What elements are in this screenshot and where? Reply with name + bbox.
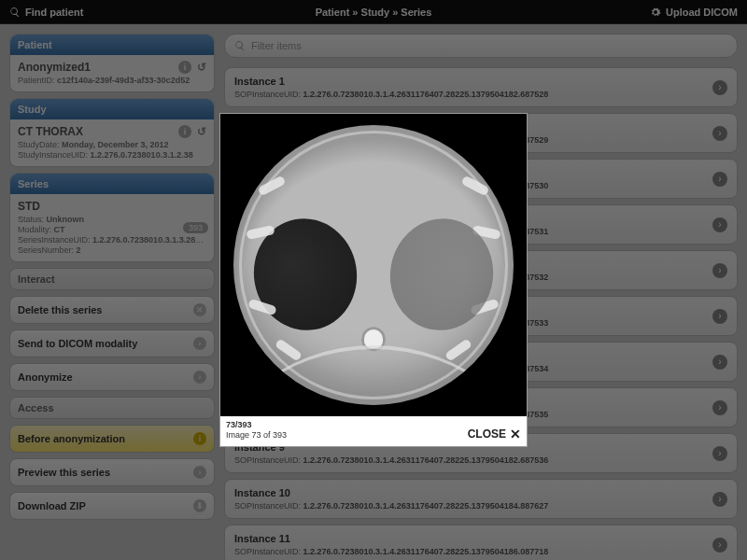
image-counter: 73/393 Image 73 of 393 [226, 420, 287, 441]
image-preview-area[interactable] [220, 114, 527, 416]
ct-slice-image [233, 125, 514, 405]
close-icon: ✕ [510, 427, 521, 441]
image-preview-modal: 73/393 Image 73 of 393 CLOSE ✕ [219, 113, 528, 448]
close-button[interactable]: CLOSE ✕ [468, 427, 521, 441]
image-preview-overlay[interactable]: 73/393 Image 73 of 393 CLOSE ✕ [0, 0, 747, 560]
